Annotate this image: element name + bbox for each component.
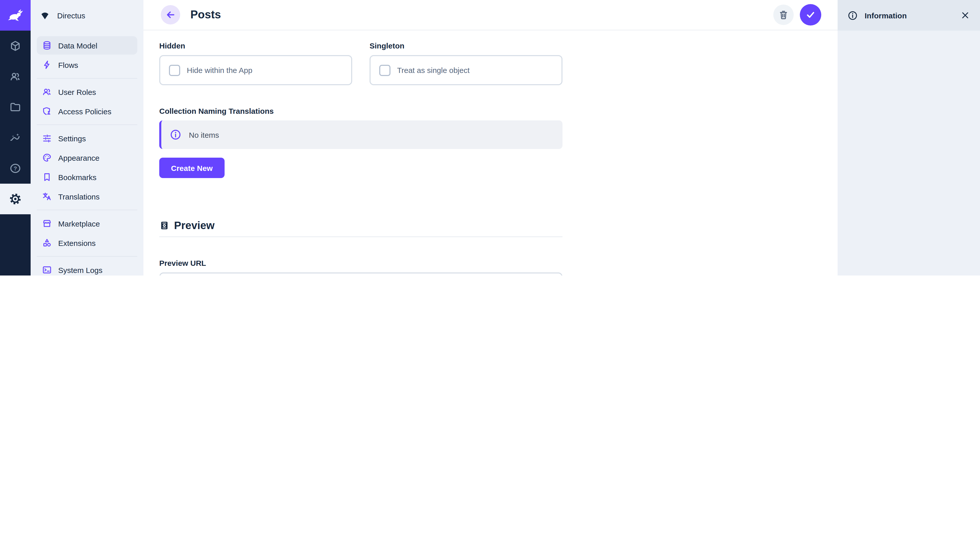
section-divider	[159, 236, 563, 237]
info-panel: Information Activity Log	[838, 0, 980, 275]
nav-divider	[37, 78, 137, 79]
no-items-notice: No items	[159, 121, 563, 149]
sidebar-item-label: Translations	[58, 192, 100, 201]
preview-section-title: Preview	[159, 219, 563, 232]
cube-icon	[9, 40, 21, 52]
terminal-icon	[42, 265, 52, 275]
sidebar-item-flows[interactable]: Flows	[37, 56, 137, 74]
database-icon	[42, 40, 52, 51]
translate-icon	[42, 191, 52, 202]
preview-section: Preview	[159, 219, 563, 237]
back-button[interactable]	[161, 5, 180, 24]
svg-text:?: ?	[14, 165, 17, 171]
info-panel-header: Information	[838, 0, 980, 30]
sidebar-item-data-model[interactable]: Data Model	[37, 36, 137, 55]
folder-icon	[9, 101, 21, 113]
shield-person-icon	[42, 106, 52, 116]
module-users[interactable]	[0, 61, 30, 92]
hidden-checkbox[interactable]	[169, 65, 180, 76]
sidebar-item-label: Extensions	[58, 238, 96, 247]
info-panel-title: Information	[865, 11, 907, 20]
sidebar-item-access-policies[interactable]: Access Policies	[37, 102, 137, 121]
create-new-button[interactable]: Create New	[159, 158, 224, 178]
sidebar-item-user-roles[interactable]: User Roles	[37, 83, 137, 101]
sidebar-item-label: System Logs	[58, 265, 102, 274]
sidebar-item-marketplace[interactable]: Marketplace	[37, 214, 137, 233]
delete-collection-button[interactable]	[773, 5, 794, 25]
checkbox-label: Hide within the App	[187, 66, 252, 75]
module-settings[interactable]	[0, 184, 30, 214]
bolt-icon	[42, 60, 52, 70]
preview-url-input[interactable]	[159, 272, 563, 275]
sidebar-item-label: Flows	[58, 60, 78, 69]
insights-icon	[9, 132, 21, 144]
shapes-icon	[42, 238, 52, 248]
singleton-checkbox-field[interactable]: Treat as single object	[369, 55, 563, 85]
nav-divider	[37, 256, 137, 257]
nav-divider	[37, 210, 137, 210]
check-icon	[804, 9, 817, 21]
module-insights[interactable]	[0, 122, 30, 153]
hidden-field: Hidden Hide within the App	[159, 42, 352, 85]
sidebar-item-label: Data Model	[58, 41, 97, 50]
sidebar-item-label: Bookmarks	[58, 173, 97, 181]
directus-logo[interactable]	[0, 0, 30, 30]
info-panel-body	[838, 30, 980, 275]
module-docs[interactable]: ?	[0, 153, 30, 184]
storefront-icon	[42, 218, 52, 229]
nav-divider	[37, 124, 137, 125]
section-title-text: Preview	[174, 219, 215, 232]
fan-icon	[39, 10, 51, 21]
info-icon	[847, 10, 858, 21]
sidebar-item-label: Settings	[58, 134, 86, 143]
sidebar-item-appearance[interactable]: Appearance	[37, 148, 137, 167]
page-title: Posts	[190, 8, 221, 21]
collection-settings-form: Hidden Hide within the App Singleton	[143, 30, 838, 275]
sidebar-item-label: Marketplace	[58, 219, 100, 228]
directus-rabbit-icon	[6, 6, 24, 24]
sidebar-item-label: Appearance	[58, 153, 100, 162]
field-label-preview-url: Preview URL	[159, 259, 563, 267]
sidebar-item-extensions[interactable]: Extensions	[37, 233, 137, 252]
directus-app: ?	[0, 0, 980, 275]
settings-sidebar: Directus Data Model	[30, 0, 143, 275]
tune-icon	[42, 133, 52, 143]
sidebar-item-label: Access Policies	[58, 107, 111, 116]
info-icon	[169, 129, 182, 141]
help-icon: ?	[9, 162, 21, 175]
bookmark-icon	[42, 172, 52, 182]
field-label-naming-translations: Collection Naming Translations	[159, 107, 563, 115]
gear-icon	[9, 192, 22, 206]
sidebar-item-bookmarks[interactable]: Bookmarks	[37, 168, 137, 186]
sidebar-item-settings[interactable]: Settings	[37, 129, 137, 148]
module-files[interactable]	[0, 92, 30, 122]
trash-icon	[778, 9, 789, 21]
project-name: Directus	[57, 11, 85, 20]
preview-url-wrap	[159, 272, 563, 275]
close-icon[interactable]	[960, 10, 970, 21]
save-button[interactable]	[800, 4, 821, 25]
sidebar-item-label: User Roles	[58, 87, 96, 96]
people-icon	[42, 87, 52, 97]
page-header: Posts	[143, 0, 838, 30]
main-area: Posts	[143, 0, 838, 275]
hidden-checkbox-field[interactable]: Hide within the App	[159, 55, 352, 85]
checkbox-label: Treat as single object	[397, 66, 469, 75]
field-label-hidden: Hidden	[159, 42, 352, 50]
field-label-singleton: Singleton	[369, 42, 563, 50]
palette-icon	[42, 152, 52, 163]
people-icon	[9, 70, 21, 83]
module-bar: ?	[0, 0, 30, 275]
sidebar-item-translations[interactable]: Translations	[37, 187, 137, 206]
arrow-left-icon	[165, 9, 176, 21]
singleton-checkbox[interactable]	[379, 65, 390, 76]
module-content[interactable]	[0, 30, 30, 61]
singleton-field: Singleton Treat as single object	[369, 42, 563, 85]
project-header[interactable]: Directus	[30, 0, 143, 30]
settings-nav: Data Model Flows	[30, 30, 143, 275]
sidebar-item-system-logs[interactable]: System Logs	[37, 261, 137, 275]
empty-state-text: No items	[189, 130, 219, 139]
preview-icon	[159, 221, 169, 230]
